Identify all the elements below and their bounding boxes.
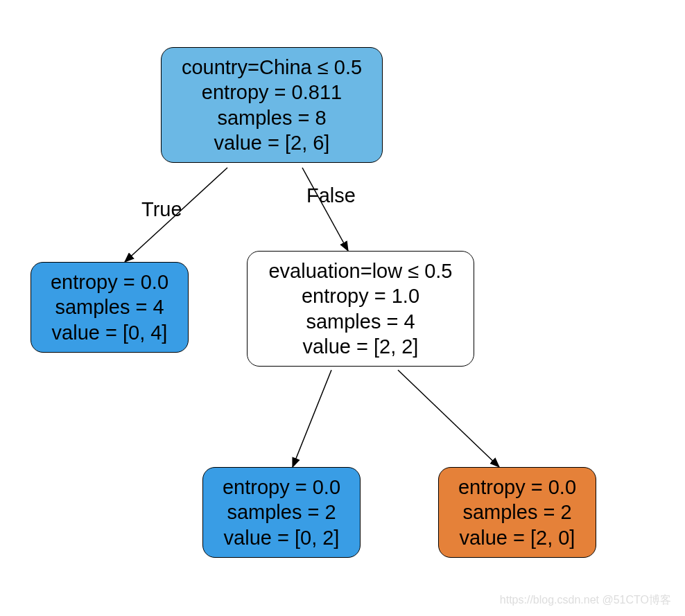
root-samples: samples = 8 xyxy=(173,105,371,130)
bottom-right-leaf-node: entropy = 0.0 samples = 2 value = [2, 0] xyxy=(438,467,596,558)
bottom-left-leaf-node: entropy = 0.0 samples = 2 value = [0, 2] xyxy=(202,467,361,558)
bottom-right-samples: samples = 2 xyxy=(450,500,584,525)
left-leaf-value: value = [0, 4] xyxy=(42,320,177,345)
true-edge-label: True xyxy=(141,198,182,221)
bottom-left-value: value = [0, 2] xyxy=(214,525,349,550)
root-node: country=China ≤ 0.5 entropy = 0.811 samp… xyxy=(161,47,383,163)
left-leaf-node: entropy = 0.0 samples = 4 value = [0, 4] xyxy=(31,262,189,353)
internal-node: evaluation=low ≤ 0.5 entropy = 1.0 sampl… xyxy=(247,251,474,367)
left-leaf-entropy: entropy = 0.0 xyxy=(42,270,177,294)
bottom-right-entropy: entropy = 0.0 xyxy=(450,475,584,500)
bottom-left-entropy: entropy = 0.0 xyxy=(214,475,349,500)
edge-root-right xyxy=(302,168,348,251)
watermark-text: https://blog.csdn.net @51CTO博客 xyxy=(500,593,671,608)
left-leaf-samples: samples = 4 xyxy=(42,294,177,319)
root-value: value = [2, 6] xyxy=(173,130,371,155)
internal-samples: samples = 4 xyxy=(259,309,462,334)
internal-entropy: entropy = 1.0 xyxy=(259,283,462,308)
internal-split: evaluation=low ≤ 0.5 xyxy=(259,258,462,283)
false-edge-label: False xyxy=(306,184,356,207)
bottom-right-value: value = [2, 0] xyxy=(450,525,584,550)
root-split: country=China ≤ 0.5 xyxy=(173,55,371,80)
edge-internal-left xyxy=(293,370,331,467)
root-entropy: entropy = 0.811 xyxy=(173,80,371,105)
decision-tree-diagram: country=China ≤ 0.5 entropy = 0.811 samp… xyxy=(0,0,685,616)
edge-internal-right xyxy=(398,370,499,467)
bottom-left-samples: samples = 2 xyxy=(214,500,349,525)
internal-value: value = [2, 2] xyxy=(259,334,462,359)
